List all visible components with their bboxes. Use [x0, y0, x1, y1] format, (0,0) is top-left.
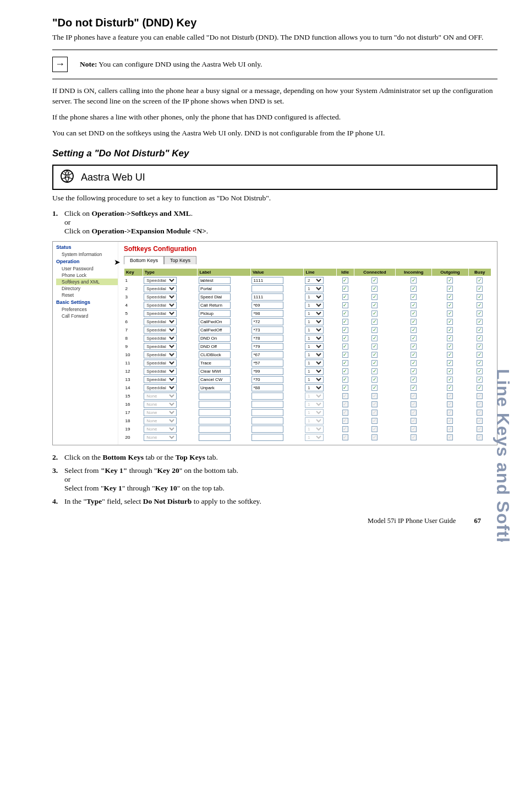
state-checkbox[interactable]: ✓: [342, 335, 348, 341]
state-checkbox[interactable]: ✓: [477, 360, 483, 366]
label-input[interactable]: [199, 293, 231, 301]
state-checkbox[interactable]: ✓: [371, 277, 378, 284]
type-select[interactable]: Speeddial: [144, 368, 177, 375]
state-checkbox[interactable]: ✓: [371, 302, 378, 308]
nav-item-phonelock[interactable]: Phone Lock: [56, 272, 118, 279]
state-checkbox[interactable]: ✓: [447, 368, 453, 374]
nav-heading[interactable]: Basic Settings: [56, 298, 118, 306]
nav-heading[interactable]: Operation: [56, 258, 118, 265]
line-select[interactable]: 1: [305, 343, 324, 350]
state-checkbox[interactable]: ✓: [477, 352, 483, 358]
state-checkbox[interactable]: ✓: [447, 335, 453, 341]
state-checkbox[interactable]: ✓: [411, 310, 417, 317]
state-checkbox[interactable]: ✓: [411, 335, 417, 341]
state-checkbox[interactable]: ✓: [477, 368, 483, 374]
value-input[interactable]: [251, 293, 283, 301]
state-checkbox[interactable]: ✓: [477, 302, 483, 308]
line-select[interactable]: 2: [305, 277, 324, 284]
label-input[interactable]: [199, 326, 231, 334]
state-checkbox[interactable]: ✓: [371, 360, 378, 366]
state-checkbox[interactable]: ✓: [411, 360, 417, 366]
state-checkbox[interactable]: ✓: [342, 360, 348, 366]
state-checkbox[interactable]: ✓: [477, 319, 483, 325]
state-checkbox[interactable]: ✓: [371, 385, 378, 391]
type-select[interactable]: Speeddial: [144, 384, 177, 391]
state-checkbox[interactable]: ✓: [477, 277, 483, 284]
nav-heading[interactable]: Status: [56, 243, 118, 251]
type-select[interactable]: Speeddial: [144, 293, 177, 301]
state-checkbox[interactable]: ✓: [447, 344, 453, 350]
state-checkbox[interactable]: ✓: [342, 385, 348, 391]
type-select[interactable]: None: [144, 409, 177, 416]
state-checkbox[interactable]: ✓: [411, 319, 417, 325]
value-input[interactable]: [251, 310, 283, 317]
type-select[interactable]: Speeddial: [144, 277, 177, 284]
state-checkbox[interactable]: ✓: [411, 294, 417, 300]
state-checkbox[interactable]: ✓: [411, 368, 417, 374]
value-input[interactable]: [251, 285, 283, 292]
state-checkbox[interactable]: ✓: [342, 319, 348, 325]
nav-item-password[interactable]: User Password: [56, 265, 118, 272]
value-input[interactable]: [251, 302, 283, 309]
state-checkbox[interactable]: ✓: [371, 286, 378, 292]
type-select[interactable]: Speeddial: [144, 285, 177, 292]
state-checkbox[interactable]: ✓: [371, 327, 378, 333]
state-checkbox[interactable]: ✓: [477, 344, 483, 350]
state-checkbox[interactable]: ✓: [371, 294, 378, 300]
label-input[interactable]: [199, 302, 231, 309]
line-select[interactable]: 1: [305, 335, 324, 342]
state-checkbox[interactable]: ✓: [447, 286, 453, 292]
nav-item-directory[interactable]: Directory: [56, 285, 118, 292]
line-select[interactable]: 1: [305, 384, 324, 391]
type-select[interactable]: None: [144, 417, 177, 424]
value-input[interactable]: [251, 335, 283, 342]
line-select[interactable]: 1: [305, 376, 324, 383]
state-checkbox[interactable]: ✓: [447, 302, 453, 308]
state-checkbox[interactable]: ✓: [447, 277, 453, 284]
label-input[interactable]: [199, 359, 231, 367]
label-input[interactable]: [199, 343, 231, 350]
state-checkbox[interactable]: ✓: [411, 385, 417, 391]
value-input[interactable]: [251, 368, 283, 375]
state-checkbox[interactable]: ✓: [477, 327, 483, 333]
state-checkbox[interactable]: ✓: [342, 352, 348, 358]
state-checkbox[interactable]: ✓: [342, 294, 348, 300]
state-checkbox[interactable]: ✓: [371, 352, 378, 358]
state-checkbox[interactable]: ✓: [342, 277, 348, 284]
label-input[interactable]: [199, 277, 231, 284]
state-checkbox[interactable]: ✓: [411, 327, 417, 333]
nav-item-softkeys[interactable]: Softkeys and XML: [56, 279, 118, 285]
state-checkbox[interactable]: ✓: [342, 344, 348, 350]
state-checkbox[interactable]: ✓: [371, 377, 378, 383]
label-input[interactable]: [199, 318, 231, 325]
value-input[interactable]: [251, 343, 283, 350]
value-input[interactable]: [251, 326, 283, 334]
label-input[interactable]: [199, 351, 231, 358]
type-select[interactable]: None: [144, 434, 177, 441]
nav-item-sysinfo[interactable]: System Information: [56, 251, 118, 258]
state-checkbox[interactable]: ✓: [477, 310, 483, 317]
type-select[interactable]: Speeddial: [144, 351, 177, 358]
line-select[interactable]: 1: [305, 359, 324, 367]
value-input[interactable]: [251, 277, 283, 284]
type-select[interactable]: Speeddial: [144, 376, 177, 383]
line-select[interactable]: 1: [305, 351, 324, 358]
tab-top-keys[interactable]: Top Keys: [164, 256, 196, 264]
value-input[interactable]: [251, 359, 283, 367]
nav-item-reset[interactable]: Reset: [56, 292, 118, 298]
type-select[interactable]: Speeddial: [144, 335, 177, 342]
state-checkbox[interactable]: ✓: [411, 344, 417, 350]
state-checkbox[interactable]: ✓: [411, 277, 417, 284]
line-select[interactable]: 1: [305, 285, 324, 292]
line-select[interactable]: 1: [305, 302, 324, 309]
state-checkbox[interactable]: ✓: [411, 302, 417, 308]
line-select[interactable]: 1: [305, 368, 324, 375]
line-select[interactable]: 1: [305, 293, 324, 301]
label-input[interactable]: [199, 335, 231, 342]
state-checkbox[interactable]: ✓: [477, 294, 483, 300]
value-input[interactable]: [251, 384, 283, 391]
state-checkbox[interactable]: ✓: [447, 352, 453, 358]
type-select[interactable]: None: [144, 393, 177, 400]
state-checkbox[interactable]: ✓: [371, 344, 378, 350]
state-checkbox[interactable]: ✓: [371, 368, 378, 374]
